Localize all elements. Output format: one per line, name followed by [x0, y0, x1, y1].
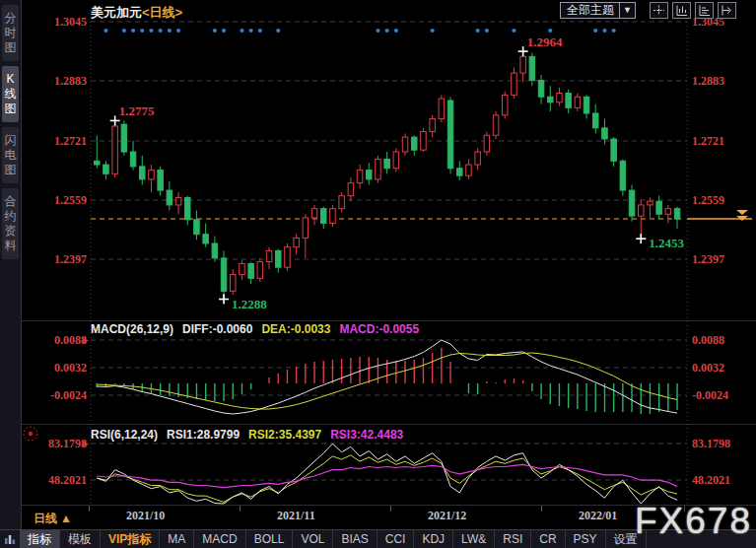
rsi1-value: RSI1:28.9799: [167, 428, 240, 442]
y-axis-label: 83.1798: [24, 438, 87, 449]
y-axis-label: 1.2883: [24, 75, 87, 87]
chart-type-sidebar: 分时图K线图闪电图合约资料: [0, 0, 22, 529]
toolbar-item-cr[interactable]: CR: [531, 530, 565, 548]
mini-chart-icon[interactable]: [0, 530, 20, 548]
y-axis-scale-icon: [675, 5, 688, 16]
chart-title: 美元加元<日线>: [91, 4, 182, 22]
period-label: 日线: [34, 512, 57, 525]
sidebar-tab-contract-info[interactable]: 合约资料: [2, 188, 19, 259]
theme-dropdown[interactable]: 全部主题 ▼: [560, 2, 636, 19]
x-axis-tick: [541, 506, 542, 512]
y-axis-label: 1.2721: [24, 135, 87, 147]
sidebar-tab-lightning-chart[interactable]: 闪电图: [2, 127, 19, 183]
symbol-name: 美元加元: [91, 5, 142, 20]
crosshair-tool-button[interactable]: [650, 2, 668, 19]
x-axis-tick: [390, 506, 391, 512]
y-axis-label: 83.1798: [692, 438, 730, 449]
x-axis-tick: [89, 506, 90, 512]
y-axis-label: 48.2021: [24, 474, 87, 486]
date-axis: 日线 ▲ 2021/102021/112021/122022/01: [22, 506, 756, 529]
sidebar-tab-time-chart[interactable]: 分时图: [2, 5, 19, 61]
toolbar-item-lwr[interactable]: LW&: [453, 530, 495, 548]
y-axis-label: 1.2397: [692, 253, 724, 265]
shift-right-icon: [721, 5, 733, 16]
toolbar-item-rsi[interactable]: RSI: [495, 530, 531, 548]
toolbar-item-vip-indicators[interactable]: VIP指标: [101, 530, 160, 548]
chevron-down-icon: ▼: [619, 3, 635, 18]
y-axis-label: 1.3045: [24, 16, 87, 28]
indicator-toolbar: 指标模板VIP指标MAMACDBOLLVOLBIASCCIKDJLW&RSICR…: [0, 529, 756, 548]
macd-dea-value: DEA:-0.0033: [261, 322, 330, 336]
x-axis-tick: [240, 506, 241, 512]
toolbar-item-macd[interactable]: MACD: [194, 530, 245, 548]
toolbar-item-settings[interactable]: 设置: [606, 530, 647, 548]
signal-dots: [103, 29, 615, 33]
x-axis-date-label: 2021/12: [428, 509, 466, 523]
y-axis-label: 1.2883: [692, 75, 724, 87]
toolbar-item-psy[interactable]: PSY: [566, 530, 606, 548]
chart-canvas[interactable]: [0, 0, 756, 548]
price-annotation: 1.2288: [232, 297, 267, 312]
price-annotation: 1.2775: [119, 103, 155, 119]
x-axis-date-label: 2022/01: [579, 509, 617, 523]
toolbar-item-templates[interactable]: 模板: [60, 530, 101, 548]
macd-header: MACD(26,12,9)DIFF:-0.0060DEA:-0.0033MACD…: [91, 322, 428, 336]
y-axis-label: 1.2559: [24, 194, 87, 206]
y-axis-label: 1.2559: [692, 194, 724, 206]
chart-svg: [0, 0, 756, 548]
x-axis-scale-icon: [698, 5, 711, 16]
y-axis-label: 48.2021: [692, 474, 730, 486]
theme-dropdown-label: 全部主题: [567, 2, 614, 19]
rsi-title: RSI(6,12,24): [91, 428, 158, 442]
trading-app-window: 分时图K线图闪电图合约资料 全部主题 ▼ 美元加元: [0, 0, 756, 548]
sidebar-tab-kline-chart[interactable]: K线图: [2, 66, 19, 122]
rsi3-line: [97, 464, 677, 487]
y-axis-label: 0.0032: [692, 362, 724, 374]
y-axis-label: 0.0088: [692, 334, 724, 346]
price-marker-icon: [736, 210, 748, 215]
triangle-up-icon: ▲: [60, 512, 72, 525]
y-axis-label: 1.2397: [24, 253, 87, 265]
x-axis-scale-button[interactable]: [695, 2, 714, 19]
macd-diff-value: DIFF:-0.0060: [182, 322, 252, 336]
toolbar-item-boll[interactable]: BOLL: [246, 530, 294, 548]
toolbar-item-cci[interactable]: CCI: [378, 530, 415, 548]
toolbar-item-kdj[interactable]: KDJ: [414, 530, 453, 548]
toolbar-item-indicators[interactable]: 指标: [20, 530, 60, 548]
y-axis-label: 0.0088: [24, 334, 87, 346]
rsi2-value: RSI2:35.4397: [248, 428, 321, 442]
x-axis-date-label: 2021/11: [277, 509, 315, 523]
period-selector[interactable]: 日线 ▲: [34, 511, 72, 527]
candlestick-series: [95, 51, 680, 299]
crosshair-icon: [653, 5, 665, 16]
y-axis-label: 0.0032: [24, 362, 87, 374]
macd-panel-plot: [97, 340, 677, 414]
price-annotation: 1.2964: [527, 34, 563, 50]
rsi-header: RSI(6,12,24)RSI1:28.9799RSI2:35.4397RSI3…: [91, 428, 412, 442]
top-controls: 全部主题 ▼: [560, 2, 736, 19]
toolbar-item-bias[interactable]: BIAS: [333, 530, 377, 548]
price-annotation: 1.2453: [649, 236, 684, 251]
shift-right-button[interactable]: [718, 2, 736, 19]
y-axis-label: -0.0024: [692, 389, 728, 401]
macd-title: MACD(26,12,9): [91, 322, 173, 336]
toolbar-item-ma[interactable]: MA: [160, 530, 194, 548]
mini-chart-icon-glyph: [4, 533, 16, 545]
rsi-panel-plot: [97, 444, 677, 504]
y-axis-label: 1.2721: [692, 135, 724, 147]
rsi3-value: RSI3:42.4483: [330, 428, 403, 442]
toolbar-item-vol[interactable]: VOL: [293, 530, 333, 548]
x-axis-date-label: 2021/10: [126, 509, 165, 523]
y-axis-label: -0.0024: [24, 389, 87, 401]
rsi1-line: [97, 444, 677, 504]
period-tag: <日线>: [142, 5, 182, 20]
x-axis-tick: [684, 506, 685, 512]
macd-macd-value: MACD:-0.0055: [339, 322, 419, 336]
y-axis-scale-button[interactable]: [672, 2, 691, 19]
